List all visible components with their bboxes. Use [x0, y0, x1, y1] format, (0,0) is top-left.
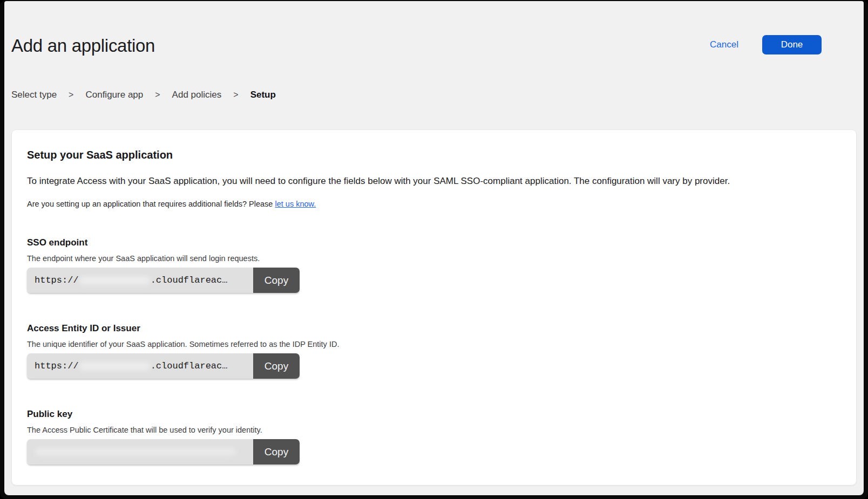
entity-id-copy-button[interactable]: Copy	[253, 353, 300, 379]
redacted-value-blur	[79, 362, 150, 371]
let-us-know-link[interactable]: let us know.	[275, 200, 316, 208]
public-key-field-row: Copy	[27, 439, 300, 464]
redacted-value-blur	[35, 448, 236, 456]
breadcrumb-step-configure-app[interactable]: Configure app	[85, 90, 143, 100]
public-key-value	[27, 439, 253, 464]
card-note-text: Are you setting up an application that r…	[27, 200, 273, 208]
setup-card: Setup your SaaS application To integrate…	[11, 129, 857, 486]
breadcrumb-step-add-policies[interactable]: Add policies	[172, 90, 222, 100]
sso-endpoint-copy-button[interactable]: Copy	[253, 268, 300, 293]
cancel-button[interactable]: Cancel	[710, 39, 738, 50]
sso-endpoint-description: The endpoint where your SaaS application…	[27, 254, 841, 263]
header-actions: Cancel Done	[710, 35, 822, 54]
sso-endpoint-value: https:// .cloudflareac…	[27, 268, 253, 293]
sso-endpoint-value-prefix: https://	[35, 275, 79, 285]
public-key-description: The Access Public Certificate that will …	[27, 425, 841, 435]
done-button[interactable]: Done	[762, 35, 822, 54]
public-key-copy-button[interactable]: Copy	[253, 439, 300, 464]
screenshot-frame: Add an application Cancel Done Select ty…	[0, 0, 868, 499]
card-heading: Setup your SaaS application	[27, 148, 841, 161]
page-title: Add an application	[11, 35, 822, 57]
card-intro: To integrate Access with your SaaS appli…	[27, 175, 841, 187]
entity-id-value-suffix: .cloudflareac…	[151, 361, 228, 371]
entity-id-label: Access Entity ID or Issuer	[27, 323, 841, 334]
sso-endpoint-label: SSO endpoint	[27, 237, 841, 248]
app-screen: Add an application Cancel Done Select ty…	[4, 1, 864, 495]
redacted-value-blur	[79, 276, 150, 285]
sso-endpoint-field-row: https:// .cloudflareac… Copy	[27, 268, 300, 293]
card-note: Are you setting up an application that r…	[27, 199, 841, 209]
breadcrumb-step-setup: Setup	[250, 90, 276, 100]
sso-endpoint-value-suffix: .cloudflareac…	[151, 275, 228, 285]
public-key-label: Public key	[27, 408, 841, 420]
entity-id-value-prefix: https://	[35, 361, 79, 371]
page-header: Add an application Cancel Done	[4, 1, 864, 57]
breadcrumb-separator: >	[233, 90, 238, 100]
entity-id-description: The unique identifier of your SaaS appli…	[27, 339, 841, 349]
entity-id-value: https:// .cloudflareac…	[27, 353, 253, 379]
entity-id-section: Access Entity ID or Issuer The unique id…	[27, 323, 841, 379]
breadcrumb-separator: >	[69, 90, 73, 100]
breadcrumb: Select type > Configure app > Add polici…	[11, 90, 864, 100]
breadcrumb-separator: >	[155, 90, 160, 100]
entity-id-field-row: https:// .cloudflareac… Copy	[27, 353, 300, 379]
sso-endpoint-section: SSO endpoint The endpoint where your Saa…	[27, 237, 841, 293]
public-key-section: Public key The Access Public Certificate…	[27, 408, 841, 464]
breadcrumb-step-select-type[interactable]: Select type	[11, 90, 57, 100]
